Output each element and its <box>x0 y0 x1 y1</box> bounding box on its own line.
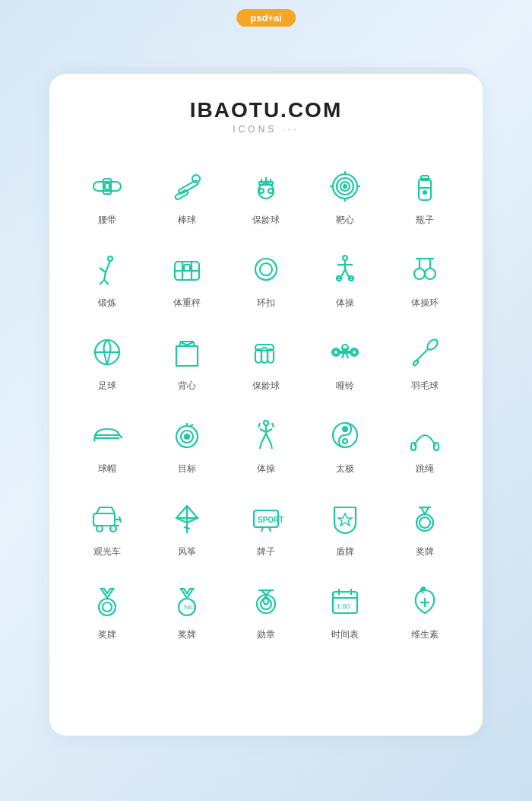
top-badge: psd+ai <box>236 9 296 27</box>
svg-rect-35 <box>184 265 190 271</box>
icons-label: ICONS ··· <box>233 124 299 135</box>
svg-rect-4 <box>174 189 188 199</box>
svg-point-93 <box>97 526 103 532</box>
icon-label-taiji: 太极 <box>336 462 354 475</box>
svg-line-84 <box>271 443 272 449</box>
svg-point-88 <box>343 427 347 431</box>
icon-label-zuqiu: 足球 <box>98 380 116 393</box>
svg-line-26 <box>106 261 110 272</box>
icon-fengzheng: 风筝 <box>147 488 226 571</box>
icons-grid: 腰带 棒球 <box>68 156 464 653</box>
svg-line-110 <box>421 507 425 514</box>
svg-rect-2 <box>105 183 109 189</box>
svg-point-128 <box>422 587 425 590</box>
icon-pingzi: 瓶子 <box>385 156 464 239</box>
icon-label-beixin: 背心 <box>178 380 196 393</box>
svg-text:No1: No1 <box>184 603 197 611</box>
icon-jiangpai3: No1 奖牌 <box>147 571 226 653</box>
icon-mubiao: 目标 <box>147 405 226 488</box>
svg-point-8 <box>268 189 273 193</box>
svg-point-109 <box>420 517 430 528</box>
icon-label-jiangpai2: 奖牌 <box>98 628 116 641</box>
svg-line-28 <box>104 272 106 280</box>
icon-taiji: 太极 <box>306 405 385 488</box>
icon-label-baxin: 靶心 <box>336 214 354 227</box>
icon-ticaohuan: 体操环 <box>385 239 464 322</box>
svg-point-113 <box>99 599 116 615</box>
icon-label-tizhongcheng: 体重秤 <box>173 297 201 310</box>
svg-point-70 <box>413 359 419 365</box>
icon-baoliqiu2: 保龄球 <box>226 322 306 405</box>
icon-label-pingzi: 瓶子 <box>416 214 434 227</box>
icon-duanlian: 锻炼 <box>68 239 147 322</box>
svg-line-76 <box>190 424 193 427</box>
icon-zuqiu: 足球 <box>68 322 147 405</box>
svg-point-94 <box>110 526 116 532</box>
svg-line-86 <box>272 423 274 428</box>
svg-point-47 <box>414 269 425 279</box>
icon-label-baoliqiu: 保龄球 <box>252 214 280 227</box>
svg-point-16 <box>344 185 347 188</box>
icon-baxin: 靶心 <box>306 156 385 239</box>
icon-tiaosheng: 跳绳 <box>385 405 464 488</box>
main-card: IBAOTU.COM ICONS ··· 腰带 棒球 <box>49 74 483 736</box>
svg-line-81 <box>261 434 266 443</box>
icon-jiangpai: 奖牌 <box>385 488 464 571</box>
svg-rect-92 <box>93 513 115 526</box>
icon-label-jiangpai3: 奖牌 <box>178 628 196 641</box>
icon-label-huankou: 环扣 <box>257 297 275 310</box>
icon-weishengsu: 维生素 <box>385 571 464 653</box>
svg-line-79 <box>260 429 266 432</box>
svg-rect-91 <box>434 443 439 450</box>
svg-line-100 <box>184 527 190 529</box>
icon-yumaoqiu: 羽毛球 <box>385 322 464 405</box>
icon-label-fengzheng: 风筝 <box>178 545 196 558</box>
icon-label-baoliqiu2: 保龄球 <box>252 380 280 393</box>
icon-paizi: SPORT 牌子 <box>226 488 306 571</box>
icon-label-ticao: 体操 <box>336 297 354 310</box>
icon-bangqiu: 棒球 <box>147 156 226 239</box>
icon-qiumao: 球帽 <box>68 405 147 488</box>
icon-dunpai: 盾牌 <box>306 488 385 571</box>
svg-text:1:00: 1:00 <box>337 602 350 610</box>
svg-point-114 <box>103 602 112 612</box>
svg-point-74 <box>185 434 189 439</box>
svg-point-36 <box>255 259 277 280</box>
svg-rect-90 <box>411 443 416 450</box>
icon-haling: 哑铃 <box>306 322 385 405</box>
icon-ticao: 体操 <box>306 239 385 322</box>
svg-point-77 <box>264 421 268 425</box>
svg-rect-21 <box>419 179 431 200</box>
svg-point-7 <box>259 189 264 193</box>
svg-line-111 <box>425 507 429 514</box>
icon-label-xunzhang: 勋章 <box>257 628 275 641</box>
svg-line-82 <box>266 434 271 443</box>
icon-label-jiangpai: 奖牌 <box>416 545 434 558</box>
icon-label-mubiao: 目标 <box>178 462 196 475</box>
svg-point-62 <box>352 350 356 354</box>
icon-tizhongcheng: 体重秤 <box>147 239 226 322</box>
icon-label-ticaohuan: 体操环 <box>411 297 439 310</box>
site-title: IBAOTU.COM <box>190 98 342 122</box>
icon-label-paizi: 牌子 <box>257 545 275 558</box>
svg-point-89 <box>343 439 347 443</box>
icon-label-weishengsu: 维生素 <box>411 628 439 641</box>
icon-label-yaodai: 腰带 <box>98 214 116 227</box>
svg-line-27 <box>100 268 106 272</box>
icon-label-yumaoqiu: 羽毛球 <box>411 380 439 393</box>
icon-xunzhang: 勋章 <box>226 571 306 653</box>
svg-point-38 <box>343 256 347 260</box>
icon-baoliqiu: 保龄球 <box>226 156 306 239</box>
icon-label-haling: 哑铃 <box>336 380 354 393</box>
svg-line-85 <box>258 423 260 428</box>
icon-label-dunpai: 盾牌 <box>336 545 354 558</box>
icon-label-bangqiu: 棒球 <box>178 214 196 227</box>
icon-label-duanlian: 锻炼 <box>98 297 116 310</box>
icon-guanluanche: 观光车 <box>68 488 147 571</box>
svg-marker-107 <box>338 513 352 526</box>
svg-text:SPORT: SPORT <box>258 516 283 524</box>
svg-line-29 <box>104 280 109 284</box>
icon-yaodai: 腰带 <box>68 156 147 239</box>
svg-point-24 <box>423 191 426 194</box>
icon-jiangpai2: 奖牌 <box>68 571 147 653</box>
